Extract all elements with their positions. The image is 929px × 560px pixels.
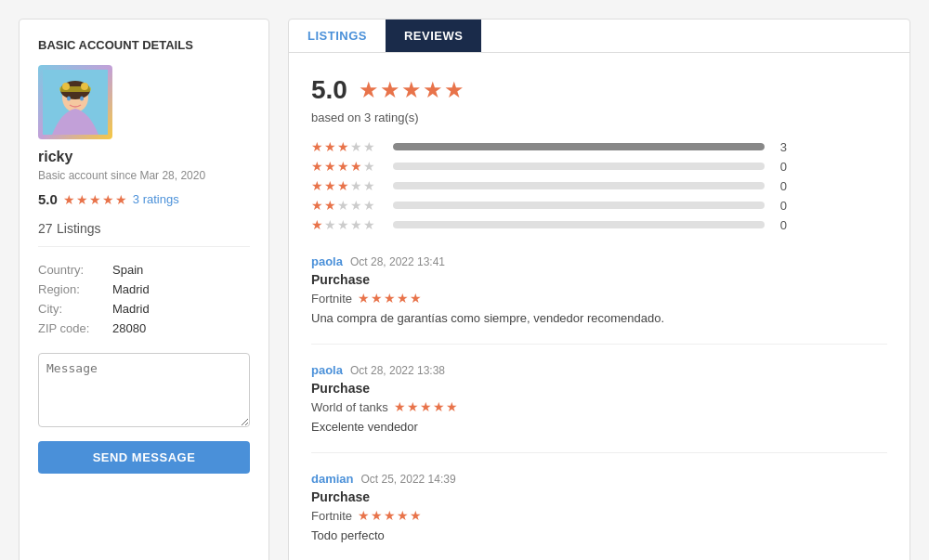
- bar-track: [393, 143, 765, 150]
- city-label: City:: [38, 299, 112, 319]
- bar-count: 0: [772, 218, 787, 232]
- reviews-body: 5.0 ★ ★ ★ ★ ★ based on 3 rating(s) ★★★★★…: [289, 53, 909, 560]
- bar-row: ★★★★★ 0: [311, 198, 887, 213]
- reviewer-name: damian: [311, 472, 354, 486]
- review-date: Oct 28, 2022 13:41: [350, 255, 445, 268]
- bar-stars: ★★★★★: [311, 159, 386, 174]
- review-header: damian Oct 25, 2022 14:39: [311, 472, 887, 486]
- review-item: paola Oct 28, 2022 13:41 Purchase Fortni…: [311, 254, 887, 345]
- username: ricky: [38, 149, 250, 165]
- review-game-row: World of tanks ★★★★★: [311, 399, 887, 414]
- tab-reviews[interactable]: REVIEWS: [386, 20, 481, 52]
- review-game: Fortnite: [311, 292, 352, 306]
- review-stars: ★★★★★: [394, 399, 458, 414]
- sidebar-rating-row: 5.0 ★ ★ ★ ★ ★ 3 ratings: [38, 191, 250, 207]
- overall-rating: 5.0 ★ ★ ★ ★ ★: [311, 75, 887, 105]
- review-game: World of tanks: [311, 400, 388, 414]
- reviewer-name: paola: [311, 254, 343, 268]
- page-container: BASIC ACCOUNT DETAILS ricky Basic accoun…: [0, 0, 929, 560]
- region-value: Madrid: [112, 280, 250, 299]
- review-date: Oct 25, 2022 14:39: [361, 473, 456, 486]
- bar-count: 0: [772, 160, 787, 174]
- sidebar: BASIC ACCOUNT DETAILS ricky Basic accoun…: [19, 19, 269, 560]
- review-text: Excelente vendedor: [311, 420, 887, 434]
- sidebar-ratings-link[interactable]: 3 ratings: [133, 192, 179, 206]
- listings-count: 27 Listings: [38, 220, 250, 247]
- rating-bars: ★★★★★ 3★★★★★ 0★★★★★ 0★★★★★ 0★★★★★ 0: [311, 139, 887, 232]
- bar-track: [393, 163, 765, 170]
- bar-row: ★★★★★ 0: [311, 159, 887, 174]
- bar-stars: ★★★★★: [311, 139, 386, 154]
- bar-stars: ★★★★★: [311, 217, 386, 232]
- based-on: based on 3 rating(s): [311, 111, 887, 124]
- review-stars: ★★★★★: [358, 291, 422, 306]
- svg-point-6: [67, 97, 71, 101]
- bar-count: 0: [772, 179, 787, 193]
- city-value: Madrid: [112, 299, 250, 319]
- send-message-button[interactable]: SEND MESSAGE: [38, 441, 250, 474]
- bar-stars: ★★★★★: [311, 198, 386, 213]
- review-date: Oct 28, 2022 13:38: [350, 364, 445, 377]
- country-label: Country:: [38, 260, 112, 280]
- sidebar-title: BASIC ACCOUNT DETAILS: [38, 38, 250, 52]
- svg-point-7: [80, 97, 84, 101]
- bar-track: [393, 182, 765, 189]
- main-content: LISTINGS REVIEWS 5.0 ★ ★ ★ ★ ★ based on …: [288, 19, 910, 560]
- sidebar-rating-score: 5.0: [38, 191, 58, 207]
- bar-track: [393, 202, 765, 209]
- tab-listings[interactable]: LISTINGS: [289, 20, 386, 52]
- review-game: Fortnite: [311, 509, 352, 523]
- svg-point-5: [81, 83, 88, 90]
- overall-score: 5.0: [311, 75, 347, 105]
- sidebar-stars: ★ ★ ★ ★ ★: [63, 192, 127, 207]
- review-stars: ★★★★★: [358, 508, 422, 523]
- review-game-row: Fortnite ★★★★★: [311, 291, 887, 306]
- review-header: paola Oct 28, 2022 13:38: [311, 363, 887, 377]
- bar-row: ★★★★★ 0: [311, 178, 887, 193]
- message-textarea[interactable]: [38, 353, 250, 427]
- review-type: Purchase: [311, 381, 887, 396]
- review-text: Una compra de garantías como siempre, ve…: [311, 311, 887, 325]
- svg-point-4: [62, 83, 70, 90]
- avatar: [38, 65, 112, 139]
- review-type: Purchase: [311, 272, 887, 287]
- reviewer-name: paola: [311, 363, 343, 377]
- bar-row: ★★★★★ 0: [311, 217, 887, 232]
- review-item: paola Oct 28, 2022 13:38 Purchase World …: [311, 363, 887, 453]
- info-row-city: City: Madrid: [38, 299, 250, 319]
- info-row-region: Region: Madrid: [38, 280, 250, 299]
- tab-bar: LISTINGS REVIEWS: [289, 20, 909, 53]
- bar-row: ★★★★★ 3: [311, 139, 887, 154]
- bar-fill: [393, 143, 765, 150]
- bar-count: 3: [772, 140, 787, 154]
- zip-value: 28080: [112, 319, 250, 338]
- review-game-row: Fortnite ★★★★★: [311, 508, 887, 523]
- bar-stars: ★★★★★: [311, 178, 386, 193]
- country-value: Spain: [112, 260, 250, 280]
- region-label: Region:: [38, 280, 112, 299]
- review-list: paola Oct 28, 2022 13:41 Purchase Fortni…: [311, 254, 887, 560]
- review-header: paola Oct 28, 2022 13:41: [311, 254, 887, 268]
- bar-track: [393, 221, 765, 228]
- bar-count: 0: [772, 199, 787, 213]
- review-text: Todo perfecto: [311, 528, 887, 542]
- review-item: damian Oct 25, 2022 14:39 Purchase Fortn…: [311, 472, 887, 560]
- zip-label: ZIP code:: [38, 319, 112, 338]
- info-row-country: Country: Spain: [38, 260, 250, 280]
- overall-stars: ★ ★ ★ ★ ★: [359, 77, 464, 103]
- member-since: Basic account since Mar 28, 2020: [38, 169, 250, 182]
- info-table: Country: Spain Region: Madrid City: Madr…: [38, 260, 250, 338]
- review-type: Purchase: [311, 489, 887, 504]
- info-row-zip: ZIP code: 28080: [38, 319, 250, 338]
